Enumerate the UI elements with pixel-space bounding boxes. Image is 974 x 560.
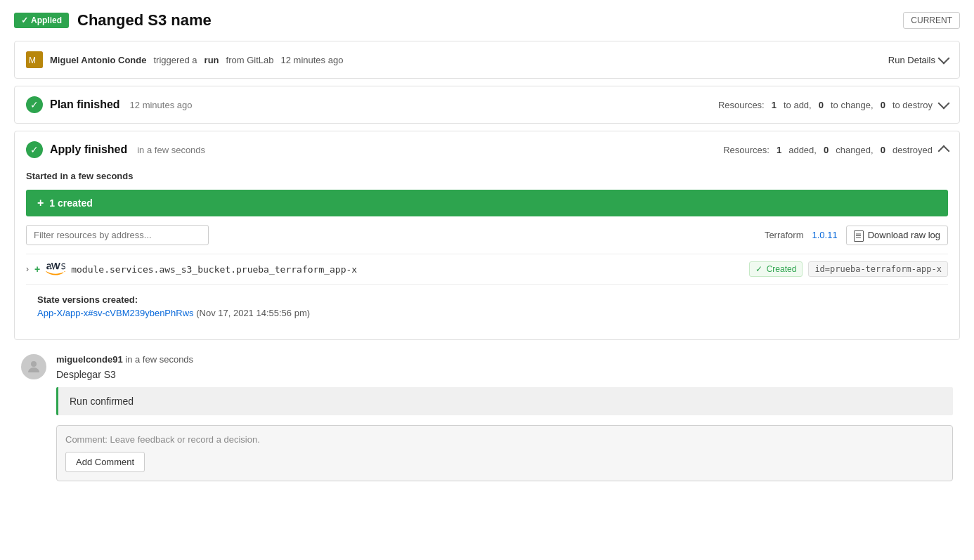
apply-title: Apply finished <box>50 143 127 156</box>
comment-label: Comment: <box>65 434 108 445</box>
svg-text:M: M <box>29 56 36 65</box>
add-comment-button[interactable]: Add Comment <box>65 452 145 472</box>
started-time: in a few seconds <box>60 171 133 181</box>
add-comment-area: Comment: Leave feedback or record a deci… <box>56 425 953 481</box>
triggered-run: run <box>204 55 219 65</box>
applied-badge: Applied <box>14 13 69 28</box>
apply-section: ✓ Apply finished in a few seconds Resour… <box>14 131 960 340</box>
plan-expand-icon <box>938 98 950 110</box>
plan-time: 12 minutes ago <box>130 100 193 110</box>
created-bar: + 1 created <box>26 190 948 216</box>
resource-id-tag: id=prueba-terraform-app-x <box>808 261 948 277</box>
resource-name: module.services.aws_s3_bucket.prueba_ter… <box>71 264 743 275</box>
comment-meta: miguelconde91 in a few seconds <box>56 354 953 365</box>
created-status-tag: ✓ Created <box>749 261 803 277</box>
apply-time: in a few seconds <box>137 145 205 155</box>
run-details-button[interactable]: Run Details <box>888 55 948 65</box>
svg-point-5 <box>31 361 37 367</box>
apply-added-label: added, <box>788 145 817 155</box>
apply-destroyed-label: destroyed <box>892 145 933 155</box>
plan-section-header[interactable]: ✓ Plan finished 12 minutes ago Resources… <box>15 86 959 123</box>
apply-destroyed-num: 0 <box>881 145 885 155</box>
comment-text: Desplegar S3 <box>56 369 953 380</box>
page-title: Changed S3 name <box>77 11 212 30</box>
comment-username: miguelconde91 <box>56 354 123 365</box>
created-bar-label: 1 created <box>49 197 92 209</box>
apply-changed-label: changed, <box>836 145 874 155</box>
user-avatar: M <box>26 51 43 68</box>
right-tools: Terraform 1.0.11 Download raw log <box>765 226 948 245</box>
resource-expand-icon[interactable]: › <box>26 264 29 274</box>
comment-right: miguelconde91 in a few seconds Desplegar… <box>56 354 953 481</box>
apply-section-header[interactable]: ✓ Apply finished in a few seconds Resour… <box>15 131 959 168</box>
terraform-version-link[interactable]: 1.0.11 <box>812 230 838 240</box>
check-small-icon: ✓ <box>755 264 762 274</box>
apply-resources-info: Resources: 1 added, 0 changed, 0 destroy… <box>723 145 948 155</box>
terraform-label: Terraform <box>765 230 804 240</box>
apply-collapse-icon <box>938 145 950 157</box>
plan-check-icon: ✓ <box>26 96 43 113</box>
aws-logo-icon <box>46 262 65 276</box>
state-versions-link[interactable]: App-X/app-x#sv-cVBM239ybenPhRws <box>37 308 194 318</box>
resource-row: › + module.services.aws_s3_bucket.prueba… <box>26 254 948 284</box>
run-details-label: Run Details <box>888 55 935 65</box>
comment-placeholder-text: Leave feedback or record a decision. <box>110 434 260 445</box>
plan-add-label: to add, <box>784 100 812 110</box>
triggered-user: Miguel Antonio Conde <box>50 55 146 65</box>
header-left: Applied Changed S3 name <box>14 11 212 30</box>
apply-check-icon: ✓ <box>26 141 43 158</box>
state-versions-label: State versions created: <box>37 294 937 305</box>
apply-added-num: 1 <box>777 145 781 155</box>
triggered-action: triggered a <box>153 55 197 65</box>
download-btn-label: Download raw log <box>868 230 940 240</box>
comment-time: in a few seconds <box>125 354 193 365</box>
download-raw-log-button[interactable]: Download raw log <box>846 226 948 245</box>
apply-body: Started in a few seconds + 1 created Ter… <box>15 168 959 339</box>
current-badge: CURRENT <box>903 12 960 29</box>
started-row: Started in a few seconds <box>26 168 948 181</box>
chevron-down-icon <box>938 53 950 65</box>
triggered-time: 12 minutes ago <box>280 55 343 65</box>
filter-input[interactable] <box>26 225 209 245</box>
triggered-row: M Miguel Antonio Conde triggered a run f… <box>14 41 960 79</box>
state-versions-section: State versions created: App-X/app-x#sv-c… <box>26 284 948 328</box>
plan-section: ✓ Plan finished 12 minutes ago Resources… <box>14 86 960 124</box>
plan-change-label: to change, <box>831 100 874 110</box>
plan-change-num: 0 <box>819 100 824 110</box>
plan-title: Plan finished <box>50 98 120 111</box>
apply-resources-text: Resources: <box>723 145 770 155</box>
plan-resources-text: Resources: <box>718 100 765 110</box>
state-date: (Nov 17, 2021 14:55:56 pm) <box>196 308 310 318</box>
comment-input-label: Comment: Leave feedback or record a deci… <box>65 434 944 445</box>
filter-download-row: Terraform 1.0.11 Download raw log <box>26 225 948 245</box>
plan-resources-info: Resources: 1 to add, 0 to change, 0 to d… <box>718 100 948 110</box>
plan-add-num: 1 <box>772 100 777 110</box>
run-confirmed-box: Run confirmed <box>56 387 953 415</box>
comment-section: miguelconde91 in a few seconds Desplegar… <box>14 354 960 481</box>
doc-icon <box>854 230 864 242</box>
apply-header-left: ✓ Apply finished in a few seconds <box>26 141 205 158</box>
triggered-source: from GitLab <box>226 55 274 65</box>
plan-destroy-num: 0 <box>881 100 885 110</box>
resource-plus-icon: + <box>34 263 40 275</box>
page-header: Applied Changed S3 name CURRENT <box>14 11 960 30</box>
plan-destroy-label: to destroy <box>892 100 933 110</box>
triggered-info: M Miguel Antonio Conde triggered a run f… <box>26 51 343 68</box>
created-tag-label: Created <box>767 264 797 274</box>
started-label: Started <box>26 171 58 181</box>
plus-icon: + <box>37 197 44 209</box>
apply-changed-num: 0 <box>824 145 829 155</box>
comment-avatar <box>21 354 46 379</box>
plan-header-left: ✓ Plan finished 12 minutes ago <box>26 96 192 113</box>
